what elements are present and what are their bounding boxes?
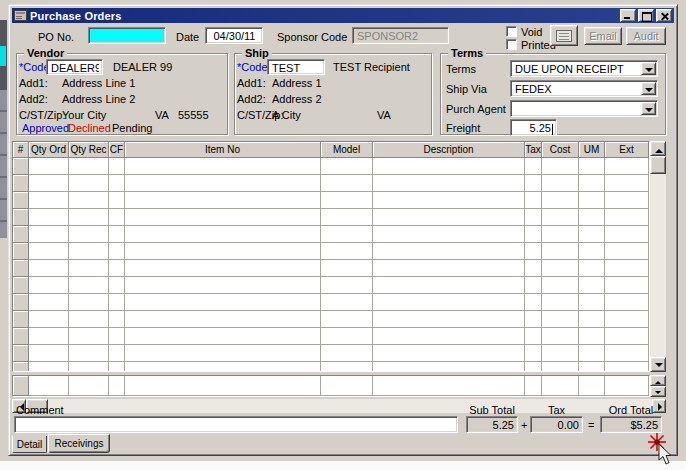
grid-cell[interactable] xyxy=(109,260,125,277)
grid-cell[interactable] xyxy=(525,243,542,260)
grid-cell[interactable] xyxy=(69,192,109,209)
grid-cell[interactable] xyxy=(29,362,69,372)
printed-checkbox[interactable] xyxy=(506,39,517,50)
grid-cell[interactable] xyxy=(109,192,125,209)
grid-row[interactable] xyxy=(13,362,649,372)
grid-cell[interactable] xyxy=(69,260,109,277)
grid-cell[interactable] xyxy=(373,192,525,209)
grid-cell[interactable] xyxy=(69,345,109,362)
status-approved[interactable]: Approved xyxy=(22,122,69,134)
grid-cell[interactable] xyxy=(579,260,605,277)
grid-cell[interactable] xyxy=(542,311,579,328)
grid-cell[interactable] xyxy=(605,311,649,328)
grid-cell[interactable] xyxy=(542,158,579,175)
grid-cell[interactable] xyxy=(69,175,109,192)
grid-cell[interactable] xyxy=(605,192,649,209)
grid-cell[interactable] xyxy=(542,362,579,372)
grid-row[interactable] xyxy=(13,209,649,226)
purch-agent-dropdown[interactable] xyxy=(510,100,658,117)
row-header-cell[interactable] xyxy=(13,192,29,209)
status-declined[interactable]: Declined xyxy=(68,122,111,134)
grid-cell[interactable] xyxy=(321,277,373,294)
row-header-cell[interactable] xyxy=(13,226,29,243)
grid-cell[interactable] xyxy=(29,158,69,175)
grid-cell[interactable] xyxy=(525,311,542,328)
grid-cell[interactable] xyxy=(373,175,525,192)
grid-cell[interactable] xyxy=(125,345,321,362)
grid-cell[interactable] xyxy=(125,209,321,226)
grid-row[interactable] xyxy=(13,311,649,328)
grid-cell[interactable] xyxy=(125,226,321,243)
grid-cell[interactable] xyxy=(321,226,373,243)
grid-row[interactable] xyxy=(13,192,649,209)
grid-cell[interactable] xyxy=(605,226,649,243)
grid-cell[interactable] xyxy=(125,376,321,396)
grid-cell[interactable] xyxy=(542,243,579,260)
grid-cell[interactable] xyxy=(69,277,109,294)
spinner-up-button[interactable] xyxy=(650,375,666,386)
grid-cell[interactable] xyxy=(579,277,605,294)
grid-cell[interactable] xyxy=(109,158,125,175)
grid-cell[interactable] xyxy=(525,209,542,226)
grid-cell[interactable] xyxy=(579,311,605,328)
report-button[interactable] xyxy=(550,25,578,46)
grid-cell[interactable] xyxy=(605,376,649,396)
grid-cell[interactable] xyxy=(525,260,542,277)
grid-row[interactable] xyxy=(13,345,649,362)
grid-cell[interactable] xyxy=(579,362,605,372)
grid-cell[interactable] xyxy=(125,311,321,328)
grid-cell[interactable] xyxy=(109,243,125,260)
grid-cell[interactable] xyxy=(373,376,525,396)
grid-cell[interactable] xyxy=(29,260,69,277)
row-header-cell[interactable] xyxy=(13,260,29,277)
grid-cell[interactable] xyxy=(525,362,542,372)
grid-cell[interactable] xyxy=(29,209,69,226)
grid-cell[interactable] xyxy=(542,277,579,294)
grid-cell[interactable] xyxy=(125,192,321,209)
ship-code-input[interactable]: TEST xyxy=(267,59,325,75)
grid-cell[interactable] xyxy=(525,328,542,345)
grid-cell[interactable] xyxy=(125,294,321,311)
grid-cell[interactable] xyxy=(321,209,373,226)
grid-row[interactable] xyxy=(13,175,649,192)
grid-cell[interactable] xyxy=(69,294,109,311)
grid-cell[interactable] xyxy=(542,328,579,345)
audit-button[interactable]: Audit xyxy=(626,27,666,45)
grid-row[interactable] xyxy=(13,328,649,345)
grid-row[interactable] xyxy=(13,243,649,260)
date-input[interactable]: 04/30/11 xyxy=(205,27,263,44)
grid-cell[interactable] xyxy=(605,294,649,311)
terms-dropdown-button[interactable] xyxy=(641,62,656,75)
vendor-code-input[interactable]: DEALER99 xyxy=(46,59,103,75)
tab-receivings[interactable]: Receivings xyxy=(48,434,110,453)
grid-cell[interactable] xyxy=(321,376,373,396)
row-header-cell[interactable] xyxy=(13,345,29,362)
email-button[interactable]: Email xyxy=(584,27,622,45)
grid-row[interactable] xyxy=(13,294,649,311)
grid-cell[interactable] xyxy=(109,376,125,396)
grid-row[interactable] xyxy=(13,277,649,294)
close-button[interactable] xyxy=(656,9,672,22)
grid-cell[interactable] xyxy=(605,260,649,277)
grid-cell[interactable] xyxy=(373,362,525,372)
grid-cell[interactable] xyxy=(321,243,373,260)
grid-cell[interactable] xyxy=(579,226,605,243)
grid-cell[interactable] xyxy=(29,328,69,345)
grid-cell[interactable] xyxy=(321,311,373,328)
grid-cell[interactable] xyxy=(109,277,125,294)
grid-cell[interactable] xyxy=(373,345,525,362)
grid-cell[interactable] xyxy=(605,362,649,372)
grid-cell[interactable] xyxy=(125,175,321,192)
grid-cell[interactable] xyxy=(542,209,579,226)
grid-cell[interactable] xyxy=(542,192,579,209)
grid-cell[interactable] xyxy=(109,311,125,328)
grid-cell[interactable] xyxy=(579,345,605,362)
grid-cell[interactable] xyxy=(605,243,649,260)
grid-cell[interactable] xyxy=(373,328,525,345)
grid-cell[interactable] xyxy=(525,277,542,294)
grid-cell[interactable] xyxy=(579,376,605,396)
grid-cell[interactable] xyxy=(542,345,579,362)
row-header-cell[interactable] xyxy=(13,277,29,294)
grid-cell[interactable] xyxy=(373,277,525,294)
title-bar[interactable]: Purchase Orders xyxy=(12,8,674,23)
